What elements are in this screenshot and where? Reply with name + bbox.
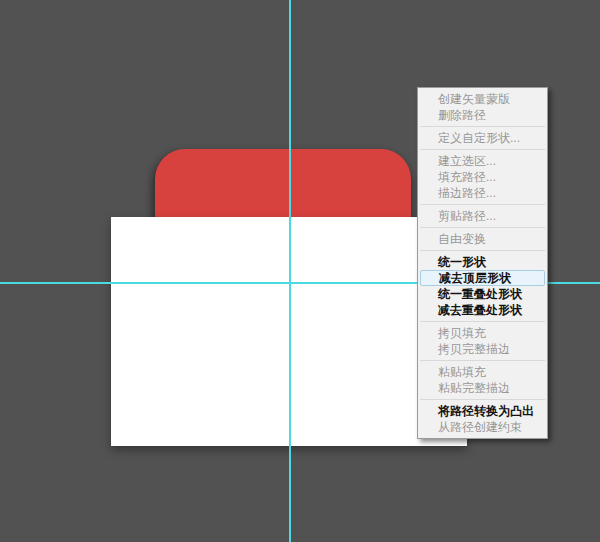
menu-item-stroke-path[interactable]: 描边路径...	[418, 185, 547, 201]
menu-item-paste-fill[interactable]: 粘贴填充	[418, 364, 547, 380]
menu-separator	[420, 227, 545, 228]
menu-separator	[420, 149, 545, 150]
menu-item-make-selection[interactable]: 建立选区...	[418, 153, 547, 169]
menu-item-create-vector-mask[interactable]: 创建矢量蒙版	[418, 91, 547, 107]
menu-separator	[420, 321, 545, 322]
menu-separator	[420, 360, 545, 361]
menu-item-unite-shapes-at-overlap[interactable]: 统一重叠处形状	[418, 286, 547, 302]
menu-item-clipping-path[interactable]: 剪贴路径...	[418, 208, 547, 224]
menu-item-create-constraint-from-path[interactable]: 从路径创建约束	[418, 419, 547, 435]
menu-separator	[420, 250, 545, 251]
path-context-menu: 创建矢量蒙版删除路径定义自定形状...建立选区...填充路径...描边路径...…	[417, 87, 548, 439]
menu-item-copy-fill[interactable]: 拷贝填充	[418, 325, 547, 341]
menu-item-paste-full-stroke[interactable]: 粘贴完整描边	[418, 380, 547, 396]
menu-item-free-transform[interactable]: 自由变换	[418, 231, 547, 247]
menu-separator	[420, 204, 545, 205]
menu-item-delete-path[interactable]: 删除路径	[418, 107, 547, 123]
menu-item-unite-shape[interactable]: 统一形状	[418, 254, 547, 270]
menu-item-subtract-shapes-at-overlap[interactable]: 减去重叠处形状	[418, 302, 547, 318]
menu-item-convert-path-to-extrusion[interactable]: 将路径转换为凸出	[418, 403, 547, 419]
menu-separator	[420, 126, 545, 127]
menu-item-subtract-front-shape[interactable]: 减去顶层形状	[420, 270, 545, 286]
canvas: 创建矢量蒙版删除路径定义自定形状...建立选区...填充路径...描边路径...…	[0, 0, 600, 542]
menu-item-copy-full-stroke[interactable]: 拷贝完整描边	[418, 341, 547, 357]
menu-item-define-custom-shape[interactable]: 定义自定形状...	[418, 130, 547, 146]
menu-item-fill-path[interactable]: 填充路径...	[418, 169, 547, 185]
menu-separator	[420, 399, 545, 400]
vertical-guide-line[interactable]	[289, 0, 291, 542]
